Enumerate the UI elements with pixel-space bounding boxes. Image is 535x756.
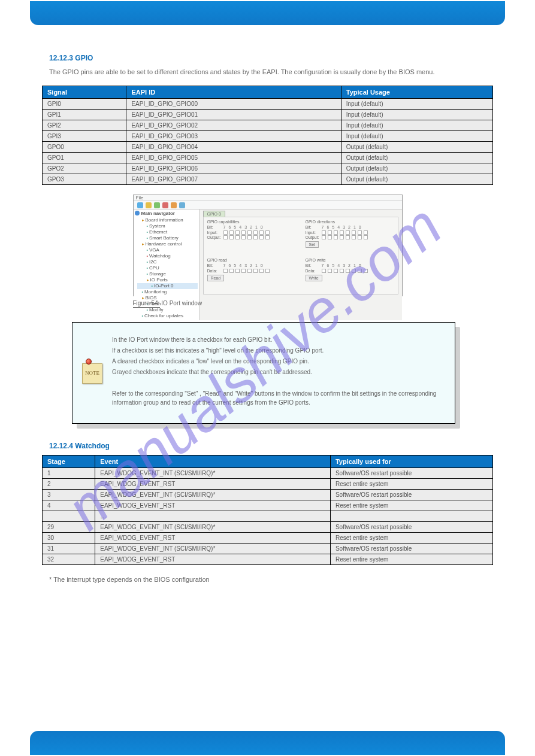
tree-i2c[interactable]: I2C bbox=[137, 259, 198, 265]
bit-label: 0 bbox=[359, 225, 361, 229]
toolbar-icon[interactable] bbox=[179, 202, 185, 208]
bit-label: 2 bbox=[348, 225, 350, 229]
tree-io-ports[interactable]: IO Ports bbox=[137, 277, 198, 283]
tree-board-info[interactable]: Board information bbox=[137, 217, 198, 223]
bit-label: 5 bbox=[234, 263, 236, 268]
tree-monitoring[interactable]: Monitoring bbox=[137, 289, 198, 295]
nav-title-text: Main navigator bbox=[141, 211, 175, 216]
tree-smart-battery[interactable]: Smart Battery bbox=[137, 235, 198, 241]
dir-input-bit[interactable] bbox=[334, 230, 338, 235]
dir-output-bit[interactable] bbox=[340, 235, 344, 239]
write-data-bit[interactable] bbox=[346, 269, 350, 273]
table-cell: 3 bbox=[43, 489, 95, 500]
toolbar-icon[interactable] bbox=[137, 202, 143, 208]
table-cell: GPO1 bbox=[43, 152, 126, 163]
tree-system[interactable]: System bbox=[137, 223, 198, 229]
table-cell: Input (default) bbox=[341, 130, 492, 141]
note-line bbox=[112, 378, 442, 387]
dir-output-bit[interactable] bbox=[346, 235, 350, 239]
bit-label: 1 bbox=[255, 263, 258, 268]
table-cell: EAPI_WDOG_EVENT_INT (SCI/SMI/IRQ)* bbox=[95, 521, 331, 532]
tree-storage[interactable]: Storage bbox=[137, 271, 198, 277]
bit-label: 7 bbox=[223, 263, 226, 268]
lbl-output: Output: bbox=[207, 235, 222, 239]
toolbar-icon[interactable] bbox=[171, 202, 177, 208]
dir-input-bit[interactable] bbox=[358, 230, 362, 235]
tree-watchdog[interactable]: Watchdog bbox=[137, 253, 198, 259]
read-button[interactable]: Read bbox=[207, 275, 225, 281]
write-data-bit[interactable] bbox=[334, 269, 338, 273]
bit-label: 3 bbox=[244, 263, 247, 268]
bit-label: 2 bbox=[250, 225, 252, 229]
write-button[interactable]: Write bbox=[306, 275, 322, 281]
table-row: GPI3EAPI_ID_GPIO_GPIO03Input (default) bbox=[43, 130, 493, 141]
note-paper: NOTE bbox=[82, 363, 102, 384]
dir-output-bit[interactable] bbox=[364, 235, 368, 239]
table-cell: EAPI_ID_GPIO_GPIO04 bbox=[126, 141, 341, 152]
bit-label: 0 bbox=[261, 263, 263, 268]
table-cell: EAPI_ID_GPIO_GPIO02 bbox=[126, 120, 341, 130]
dir-output-bit[interactable] bbox=[358, 235, 362, 239]
table-cell: EAPI_ID_GPIO_GPIO07 bbox=[126, 174, 341, 184]
tree-io-port0[interactable]: IO-Port 0 bbox=[137, 283, 198, 289]
table-cell: 30 bbox=[43, 532, 95, 543]
write-data-bit[interactable] bbox=[358, 269, 362, 273]
tree-updates[interactable]: Check for updates bbox=[137, 313, 198, 319]
lbl-bit: Bit: bbox=[207, 263, 222, 268]
dir-output-bit[interactable] bbox=[334, 235, 338, 239]
toolbar-icon[interactable] bbox=[146, 202, 152, 208]
dir-input-bit[interactable] bbox=[364, 230, 368, 235]
cap-output-bit bbox=[235, 235, 240, 239]
cap-input-bit bbox=[265, 230, 270, 235]
menubar[interactable]: File bbox=[134, 195, 402, 201]
table-row: 32EAPI_WDOG_EVENT_RSTReset entire system bbox=[43, 554, 493, 564]
write-data-bit[interactable] bbox=[322, 269, 326, 273]
table-cell: GPO0 bbox=[43, 141, 126, 152]
tree-cpu[interactable]: CPU bbox=[137, 265, 198, 271]
dir-input-bit[interactable] bbox=[322, 230, 326, 235]
tree-modify[interactable]: Modify bbox=[137, 307, 198, 313]
lbl-input: Input: bbox=[207, 230, 222, 235]
wd-th-usage: Typically used for bbox=[330, 455, 492, 467]
tree-hw-control[interactable]: Hardware control bbox=[137, 241, 198, 247]
menu-file[interactable]: File bbox=[136, 195, 144, 201]
write-data-bit[interactable] bbox=[328, 269, 332, 273]
table-cell: Reset entire system bbox=[330, 532, 492, 543]
tree-vga[interactable]: VGA bbox=[137, 247, 198, 253]
toolbar-icon[interactable] bbox=[154, 202, 160, 208]
table-cell: Output (default) bbox=[341, 141, 492, 152]
dir-output-bit[interactable] bbox=[352, 235, 356, 239]
table-cell: Reset entire system bbox=[330, 554, 492, 564]
cap-output-bit bbox=[223, 235, 228, 239]
top-banner bbox=[30, 1, 505, 25]
table-cell: 29 bbox=[43, 521, 95, 532]
table-row: GPO3EAPI_ID_GPIO_GPIO07Output (default) bbox=[43, 174, 493, 184]
tab-gpio0[interactable]: GPIO 0 bbox=[203, 211, 225, 217]
bit-label: 5 bbox=[332, 263, 334, 268]
dir-input-bit[interactable] bbox=[346, 230, 350, 235]
gpio-table: Signal EAPI ID Typical Usage GPI0EAPI_ID… bbox=[42, 86, 493, 185]
toolbar bbox=[134, 201, 402, 210]
cap-input-bit bbox=[241, 230, 246, 235]
bit-label: 3 bbox=[343, 263, 345, 268]
read-data-bit bbox=[259, 269, 264, 273]
toolbar-icon[interactable] bbox=[162, 202, 168, 208]
dir-input-bit[interactable] bbox=[328, 230, 332, 235]
write-data-bit[interactable] bbox=[352, 269, 356, 273]
set-button[interactable]: Set bbox=[306, 241, 319, 248]
note-content: NOTE In the IO Port window there is a ch… bbox=[72, 322, 455, 424]
section-heading-gpio: 12.12.3 GPIO bbox=[49, 54, 493, 62]
bit-label: 4 bbox=[239, 263, 241, 268]
bit-label: 6 bbox=[228, 225, 231, 229]
lbl-input: Input: bbox=[306, 230, 320, 235]
tree-ethernet[interactable]: Ethernet bbox=[137, 229, 198, 235]
dir-output-bit[interactable] bbox=[328, 235, 332, 239]
write-data-bit[interactable] bbox=[364, 269, 368, 273]
cap-output-bit bbox=[259, 235, 264, 239]
dir-input-bit[interactable] bbox=[340, 230, 344, 235]
write-data-bit[interactable] bbox=[340, 269, 344, 273]
dir-input-bit[interactable] bbox=[352, 230, 356, 235]
dir-output-bit[interactable] bbox=[322, 235, 326, 239]
read-data-bit bbox=[253, 269, 258, 273]
table-cell: Output (default) bbox=[341, 152, 492, 163]
